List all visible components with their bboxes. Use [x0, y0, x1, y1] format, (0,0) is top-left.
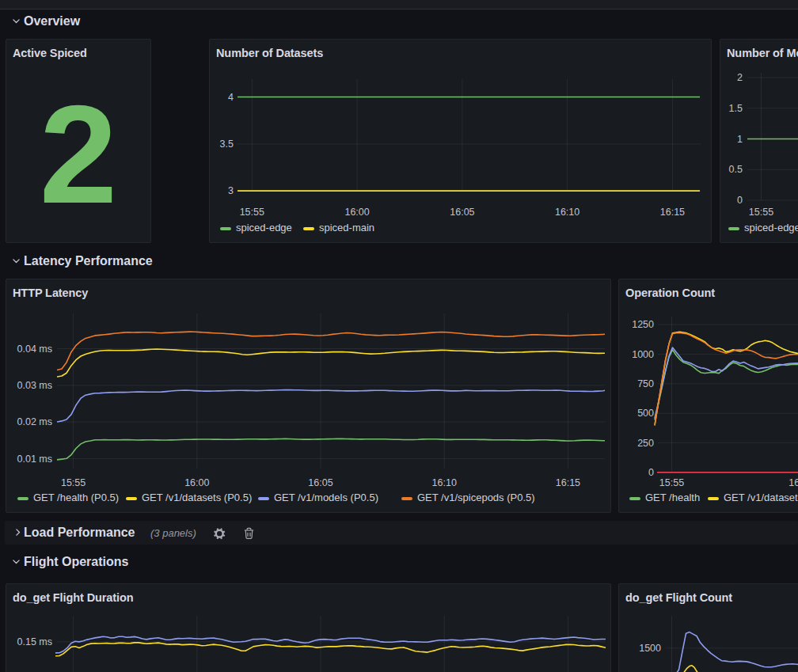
svg-text:15:55: 15:55: [240, 207, 264, 218]
svg-text:16:00: 16:00: [788, 477, 798, 488]
svg-text:16:00: 16:00: [184, 477, 209, 488]
svg-text:16:05: 16:05: [308, 477, 332, 488]
svg-text:16:15: 16:15: [556, 477, 580, 488]
svg-text:3: 3: [228, 185, 234, 196]
svg-text:0.03 ms: 0.03 ms: [17, 380, 52, 391]
svg-text:16:10: 16:10: [555, 207, 580, 218]
svg-text:16:00: 16:00: [344, 207, 369, 218]
svg-text:750: 750: [637, 378, 654, 389]
svg-text:0: 0: [737, 195, 743, 206]
svg-text:15:55: 15:55: [61, 477, 86, 488]
svg-text:16:05: 16:05: [450, 207, 474, 218]
svg-text:1.5: 1.5: [729, 103, 743, 114]
svg-text:1: 1: [737, 134, 743, 145]
svg-text:16:10: 16:10: [432, 477, 457, 488]
svg-text:250: 250: [637, 438, 654, 449]
svg-text:500: 500: [637, 408, 654, 419]
svg-text:1250: 1250: [632, 319, 654, 330]
svg-text:1500: 1500: [639, 643, 661, 654]
svg-text:15:55: 15:55: [749, 207, 773, 218]
svg-text:3.5: 3.5: [220, 139, 234, 150]
svg-text:2: 2: [737, 72, 743, 83]
svg-text:0.04 ms: 0.04 ms: [17, 344, 52, 355]
svg-text:0.02 ms: 0.02 ms: [17, 416, 52, 427]
svg-text:16:15: 16:15: [660, 207, 685, 218]
svg-text:15:55: 15:55: [659, 477, 684, 488]
svg-text:0.15 ms: 0.15 ms: [17, 636, 52, 647]
svg-text:0.01 ms: 0.01 ms: [17, 454, 52, 465]
svg-text:4: 4: [228, 92, 234, 103]
svg-text:1000: 1000: [632, 349, 654, 360]
svg-text:0: 0: [648, 467, 654, 478]
svg-text:0.5: 0.5: [729, 164, 743, 175]
